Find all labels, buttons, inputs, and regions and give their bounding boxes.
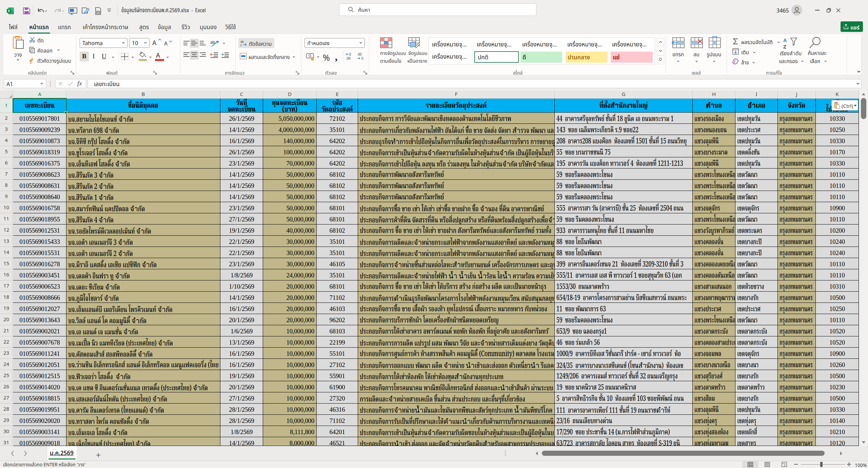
svg-text:.00: .00 <box>346 57 351 60</box>
svg-text:0: 0 <box>361 57 363 60</box>
svg-text:X: X <box>8 9 10 13</box>
svg-text:.00: .00 <box>357 53 362 56</box>
svg-text:c: c <box>240 43 242 46</box>
svg-text:Z: Z <box>783 44 786 50</box>
svg-text:A: A <box>783 37 787 43</box>
svg-text:0: 0 <box>349 53 351 56</box>
svg-text:ab: ab <box>240 40 244 43</box>
